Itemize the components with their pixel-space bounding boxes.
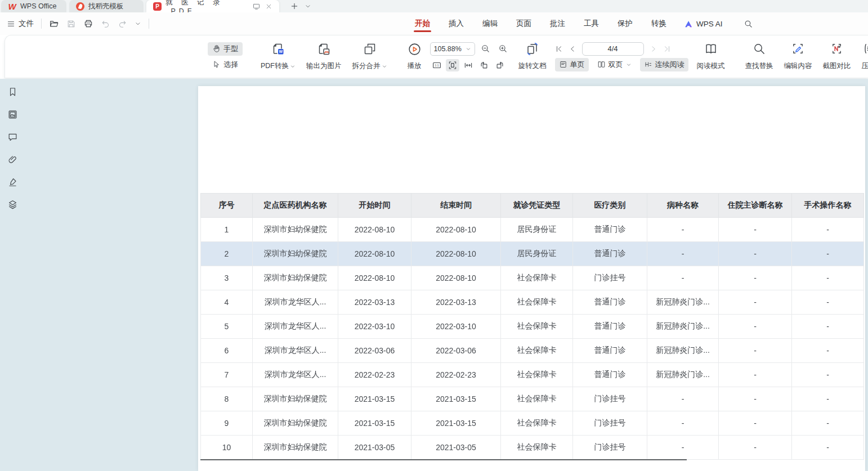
table-cell: 普通门诊 (573, 290, 647, 315)
actual-size-button[interactable]: 1:1 (430, 59, 444, 71)
print-icon[interactable] (83, 19, 93, 29)
continuous-read-button[interactable]: 连续阅读 (640, 58, 688, 71)
play-button[interactable]: 播放 (405, 41, 424, 73)
next-page-button[interactable] (650, 45, 657, 53)
table-cell: 深圳市龙华区人... (253, 363, 338, 387)
table-cell: 2022-02-23 (411, 363, 501, 387)
tab-wps-office[interactable]: W WPS Office (1, 0, 66, 12)
comment-icon[interactable] (7, 132, 18, 142)
export-image-icon (317, 42, 330, 56)
table-row: 10深圳市妇幼保健院2021-03-052021-03-05社会保障卡门诊挂号-… (201, 436, 864, 460)
table-cell: - (792, 242, 864, 266)
save-icon[interactable] (66, 19, 76, 29)
file-menu-button[interactable]: 文件 (7, 19, 34, 29)
zoom-out-button[interactable] (479, 43, 493, 55)
fit-width-button[interactable] (462, 59, 475, 71)
pdf-convert-button[interactable]: W PDF转换 (258, 41, 298, 73)
export-image-button[interactable]: 输出为图片 (304, 41, 344, 73)
menu-bar: 文件 开始插入编辑页面批注工具保护转换 (0, 12, 868, 35)
split-merge-icon (363, 42, 377, 56)
table-cell: 深圳市妇幼保健院 (253, 218, 338, 242)
present-to-screen-icon[interactable] (252, 2, 261, 11)
single-page-icon (559, 60, 567, 69)
attachment-icon[interactable] (7, 154, 18, 165)
chevron-down-icon (466, 46, 471, 52)
tab-docer-template[interactable]: 找稻壳模板 (69, 0, 144, 12)
column-header: 医疗类别 (573, 194, 647, 218)
find-replace-button[interactable]: 查找替换 (743, 41, 776, 73)
layers-icon[interactable] (7, 199, 18, 210)
single-page-button[interactable]: 单页 (555, 58, 589, 71)
table-cell: 2022-03-10 (338, 315, 411, 339)
last-page-button[interactable] (663, 45, 671, 53)
rotate-document-button[interactable]: 旋转文档 (516, 41, 549, 73)
fit-page-button[interactable] (446, 59, 459, 71)
table-cell: - (792, 387, 864, 411)
docer-icon (76, 2, 84, 11)
hand-tool-button[interactable]: 手型 (208, 42, 243, 56)
screenshot-compare-button[interactable]: 截图对比 (821, 41, 853, 73)
menu-item-convert[interactable]: 转换 (650, 13, 668, 34)
zoom-in-button[interactable] (496, 43, 510, 55)
zoom-out-icon (481, 44, 490, 53)
wps-ai-button[interactable]: WPS AI (684, 19, 723, 29)
pdf-file-icon: P (153, 2, 162, 11)
double-page-button[interactable]: 双页 (593, 58, 636, 71)
menu-item-comment[interactable]: 批注 (549, 13, 566, 34)
select-tool-button[interactable]: 选择 (208, 58, 243, 71)
table-cell: 普通门诊 (573, 363, 647, 387)
new-tab-icon[interactable] (290, 2, 299, 11)
zoom-level-select[interactable]: 105.88% (430, 42, 475, 56)
page-number-input[interactable] (582, 42, 644, 56)
table-cell: 深圳市妇幼保健院 (253, 266, 338, 290)
previous-page-button[interactable] (569, 45, 576, 53)
wps-ai-label: WPS AI (696, 20, 723, 28)
table-cell: 门诊挂号 (573, 411, 647, 436)
play-icon (408, 42, 422, 56)
quick-access-chevron-icon[interactable] (135, 20, 141, 27)
pdf-page[interactable]: 序号定点医药机构名称开始时间结束时间就诊凭证类型医疗类别病种名称住院主诊断名称手… (198, 86, 865, 471)
menu-item-home[interactable]: 开始 (414, 13, 431, 34)
table-cell: 2 (201, 242, 253, 266)
select-tool-label: 选择 (223, 60, 238, 70)
menu-items: 开始插入编辑页面批注工具保护转换 WPS AI (414, 12, 753, 35)
divider (41, 19, 42, 29)
svg-text:1:1: 1:1 (435, 64, 439, 67)
split-merge-button[interactable]: 拆分合并 (350, 41, 390, 73)
thumbnail-icon[interactable] (7, 109, 18, 120)
undo-icon[interactable] (101, 19, 110, 29)
table-cell: 2021-03-15 (338, 387, 411, 411)
edit-content-button[interactable]: 编辑内容 (782, 41, 815, 73)
table-cell: 居民身份证 (501, 242, 573, 266)
table-cell: - (792, 436, 864, 460)
zoom-in-icon (498, 44, 508, 53)
table-bottom-border (200, 459, 687, 460)
tab-document-pdf[interactable]: P 就 医 记 录 .PDF (146, 0, 279, 12)
compress-label: 压缩 (862, 61, 868, 71)
menu-item-edit[interactable]: 编辑 (481, 13, 499, 34)
annotate-pen-icon[interactable] (7, 177, 18, 187)
table-cell: 深圳市妇幼保健院 (253, 242, 338, 266)
read-mode-button[interactable]: 阅读模式 (695, 41, 727, 73)
table-cell: 门诊挂号 (573, 436, 647, 460)
table-cell: 新冠肺炎门诊... (647, 339, 719, 363)
menu-item-page[interactable]: 页面 (515, 13, 533, 34)
tab-list-chevron-icon[interactable] (305, 3, 311, 10)
menu-item-tools[interactable]: 工具 (583, 13, 600, 34)
menu-item-insert[interactable]: 插入 (448, 13, 465, 34)
menu-item-protect[interactable]: 保护 (616, 13, 634, 34)
bookmark-icon[interactable] (7, 87, 18, 97)
menu-search-icon[interactable] (744, 19, 753, 29)
chevron-down-icon (382, 64, 387, 69)
rotate-left-button[interactable] (477, 59, 491, 71)
table-cell: - (647, 436, 719, 460)
rotate-right-button[interactable] (493, 59, 507, 71)
table-cell: 2022-03-10 (411, 315, 501, 339)
compress-button[interactable]: 压缩 (860, 41, 868, 73)
close-tab-icon[interactable] (265, 3, 272, 10)
open-file-icon[interactable] (49, 19, 59, 29)
first-page-button[interactable] (555, 45, 563, 53)
table-header-row: 序号定点医药机构名称开始时间结束时间就诊凭证类型医疗类别病种名称住院主诊断名称手… (201, 194, 864, 218)
redo-icon[interactable] (118, 19, 127, 29)
rotate-right-icon (495, 60, 505, 70)
